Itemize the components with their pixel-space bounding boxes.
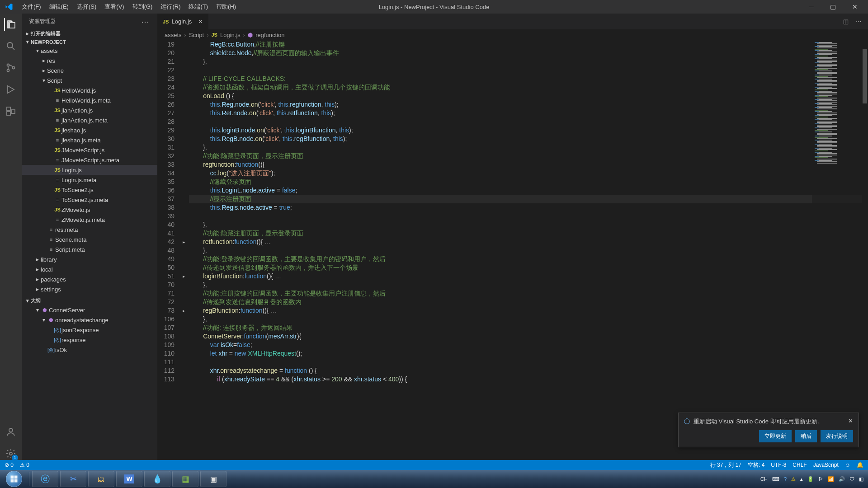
settings-gear-icon[interactable] bbox=[5, 447, 17, 460]
start-button[interactable] bbox=[2, 470, 26, 488]
menu-item[interactable]: 编辑(E) bbox=[46, 1, 72, 13]
tree-item[interactable]: ≡JMoveteScript.js.meta bbox=[22, 155, 157, 165]
explorer-icon[interactable] bbox=[4, 18, 17, 31]
breadcrumb[interactable]: assets›Script›JSLogin.js›⬢regfunction bbox=[157, 29, 868, 40]
search-icon[interactable] bbox=[5, 40, 17, 52]
menu-item[interactable]: 帮助(H) bbox=[212, 1, 240, 13]
status-eol[interactable]: CRLF bbox=[793, 462, 807, 468]
outline-section[interactable]: ▾大纲 bbox=[22, 296, 157, 305]
tree-item[interactable]: ≡res.meta bbox=[22, 225, 157, 235]
fold-gutter[interactable]: ▸▸▸ bbox=[183, 40, 189, 460]
notifications-icon[interactable]: 🔔 bbox=[857, 462, 863, 468]
taskbar-app-scissors[interactable]: ✂ bbox=[60, 471, 86, 487]
tray-warn-icon[interactable]: ⚠ bbox=[791, 476, 796, 482]
extensions-icon[interactable] bbox=[5, 105, 17, 117]
vertical-scrollbar[interactable] bbox=[862, 40, 868, 460]
run-debug-icon[interactable] bbox=[5, 83, 17, 96]
tree-item[interactable]: ▾Script bbox=[22, 75, 157, 85]
taskbar-app-ie[interactable]: ⓔ bbox=[32, 471, 58, 487]
tray-unknown-icon[interactable]: ◧ bbox=[859, 476, 863, 482]
tree-item[interactable]: ▸settings bbox=[22, 284, 157, 294]
tree-item[interactable]: ≡ZMoveto.js.meta bbox=[22, 215, 157, 225]
tree-item[interactable]: ▸res bbox=[22, 56, 157, 66]
tree-item[interactable]: JSLogin.js bbox=[22, 165, 157, 175]
menu-item[interactable]: 转到(G) bbox=[129, 1, 156, 13]
status-language[interactable]: JavaScript bbox=[813, 462, 839, 468]
notification-button[interactable]: 稍后 bbox=[795, 430, 817, 442]
status-errors[interactable]: ⊘ 0 bbox=[5, 462, 14, 468]
breadcrumb-segment[interactable]: assets bbox=[165, 32, 182, 38]
outline-item[interactable]: [◎]isOk bbox=[22, 345, 157, 355]
maximize-button[interactable]: ▢ bbox=[826, 2, 840, 11]
tray-ime[interactable]: CH bbox=[760, 476, 768, 482]
menu-item[interactable]: 终端(T) bbox=[185, 1, 212, 13]
tray-chevron-up-icon[interactable]: ▴ bbox=[800, 476, 803, 482]
taskbar-app-drop[interactable]: 💧 bbox=[144, 471, 170, 487]
source-control-icon[interactable] bbox=[5, 61, 17, 74]
tree-item[interactable]: JSToScene2.js bbox=[22, 185, 157, 195]
tree-item[interactable]: ▸Scene bbox=[22, 66, 157, 75]
tree-item[interactable]: ≡jieshao.js.meta bbox=[22, 135, 157, 145]
menu-item[interactable]: 查看(V) bbox=[101, 1, 127, 13]
taskbar-app-terminal[interactable]: ▣ bbox=[200, 471, 226, 487]
tray-volume-icon[interactable]: 🔊 bbox=[839, 476, 845, 482]
code-content[interactable]: RegB:cc.Button,//注册按键 shield:cc.Node,//屏… bbox=[189, 40, 868, 460]
outline-item[interactable]: ▾⬢onreadystatechange bbox=[22, 315, 157, 325]
taskbar-app-wps[interactable]: W bbox=[116, 471, 142, 487]
outline-item[interactable]: [◎]response bbox=[22, 335, 157, 345]
tree-item[interactable]: ▾assets bbox=[22, 46, 157, 56]
notification-button[interactable]: 发行说明 bbox=[821, 430, 853, 442]
tree-item[interactable]: ≡Script.meta bbox=[22, 244, 157, 254]
scrollbar-thumb[interactable] bbox=[863, 49, 867, 103]
status-indentation[interactable]: 空格: 4 bbox=[748, 461, 764, 469]
minimize-button[interactable]: ─ bbox=[806, 2, 817, 11]
tree-item[interactable]: JSHelloWorld.js bbox=[22, 85, 157, 95]
tray-flag-icon[interactable]: 🏳 bbox=[818, 476, 823, 482]
tree-item[interactable]: ≡Login.js.meta bbox=[22, 175, 157, 185]
tray-shield-icon[interactable]: 🛡 bbox=[849, 476, 854, 482]
outline-item[interactable]: [◎]jsonResponse bbox=[22, 325, 157, 335]
taskbar-app-explorer[interactable]: 🗂 bbox=[88, 471, 114, 487]
notification-button[interactable]: 立即更新 bbox=[759, 430, 792, 442]
taskbar-app-green[interactable]: ▦ bbox=[172, 471, 198, 487]
sidebar-more-icon[interactable]: ⋯ bbox=[141, 17, 150, 27]
status-cursor-position[interactable]: 行 37，列 17 bbox=[710, 461, 741, 469]
file-tree: ▾assets▸res▸Scene▾ScriptJSHelloWorld.js≡… bbox=[22, 46, 157, 296]
close-notification-icon[interactable]: ✕ bbox=[848, 418, 853, 424]
outline-item[interactable]: ▾⬢ConnetServer bbox=[22, 305, 157, 315]
status-encoding[interactable]: UTF-8 bbox=[771, 462, 786, 468]
close-tab-icon[interactable]: ✕ bbox=[198, 18, 203, 25]
menu-item[interactable]: 选择(S) bbox=[73, 1, 100, 13]
tree-item[interactable]: ▸library bbox=[22, 254, 157, 264]
close-button[interactable]: ✕ bbox=[849, 2, 861, 11]
tree-item[interactable]: ≡HelloWorld.js.meta bbox=[22, 95, 157, 105]
tree-item[interactable]: ≡Scene.meta bbox=[22, 235, 157, 244]
tree-item[interactable]: JSJMoveteScript.js bbox=[22, 145, 157, 155]
code-area[interactable]: 1920212223242526272829303132333435363738… bbox=[157, 40, 868, 460]
tray-keyboard-icon[interactable]: ⌨ bbox=[772, 476, 779, 482]
project-section[interactable]: ▾NEWPROJECT bbox=[22, 38, 157, 46]
minimap[interactable] bbox=[812, 40, 862, 460]
tab-login-js[interactable]: JS Login.js ✕ bbox=[157, 14, 209, 29]
split-editor-icon[interactable]: ◫ bbox=[843, 18, 849, 25]
tray-battery-icon[interactable]: 🔋 bbox=[807, 476, 814, 482]
tree-item[interactable]: JSjieshao.js bbox=[22, 125, 157, 135]
feedback-icon[interactable]: ☺ bbox=[845, 462, 850, 468]
tree-item[interactable]: JSjianAction.js bbox=[22, 105, 157, 115]
menu-item[interactable]: 运行(R) bbox=[157, 1, 184, 13]
editor-more-icon[interactable]: ⋯ bbox=[856, 18, 862, 25]
breadcrumb-segment[interactable]: Script bbox=[189, 32, 204, 38]
tree-item[interactable]: JSZMoveto.js bbox=[22, 205, 157, 215]
tree-item[interactable]: ≡jianAction.js.meta bbox=[22, 115, 157, 125]
status-warnings[interactable]: ⚠ 0 bbox=[20, 462, 29, 468]
breadcrumb-segment[interactable]: regfunction bbox=[255, 32, 284, 38]
menu-item[interactable]: 文件(F) bbox=[18, 1, 45, 13]
open-editors-section[interactable]: ▸打开的编辑器 bbox=[22, 29, 157, 38]
accounts-icon[interactable] bbox=[5, 426, 17, 438]
tree-item[interactable]: ≡ToScene2.js.meta bbox=[22, 195, 157, 205]
breadcrumb-segment[interactable]: Login.js bbox=[220, 32, 241, 38]
tray-network-icon[interactable]: 📶 bbox=[828, 476, 834, 482]
tray-help-icon[interactable]: ? bbox=[784, 476, 787, 482]
tree-item[interactable]: ▸packages bbox=[22, 274, 157, 284]
tree-item[interactable]: ▸local bbox=[22, 264, 157, 274]
